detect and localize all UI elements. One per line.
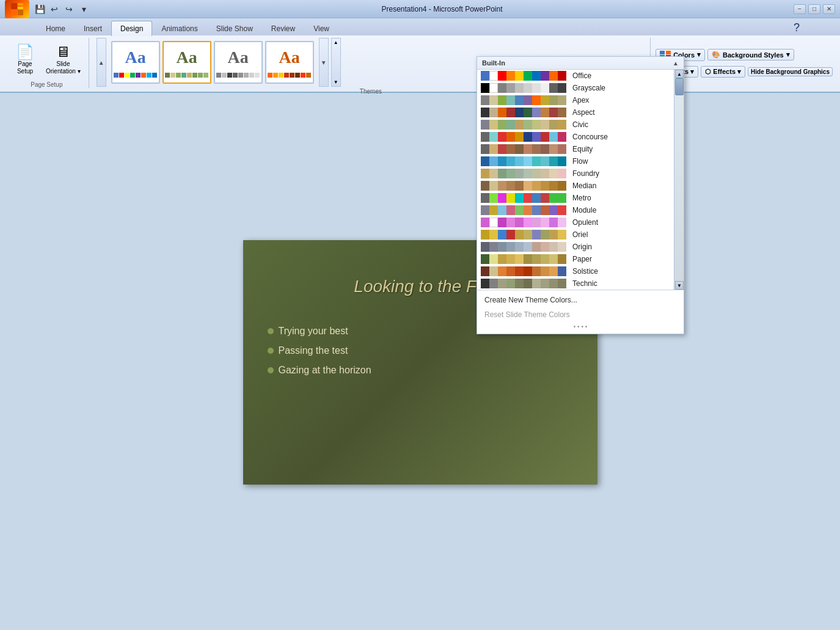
- theme-list: Office Grayscale: [477, 70, 684, 290]
- theme-row-equity[interactable]: Equity: [477, 143, 684, 155]
- solstice-label: Solstice: [569, 267, 680, 276]
- tab-home[interactable]: Home: [37, 21, 75, 36]
- effects-label: ⬡ Effects ▾: [705, 68, 741, 76]
- tab-insert[interactable]: Insert: [75, 21, 111, 36]
- theme-item-2[interactable]: Aa: [163, 41, 211, 84]
- theme-item-3[interactable]: Aa: [214, 41, 263, 84]
- theme-aa-2: Aa: [177, 48, 197, 67]
- slide-orientation-btn[interactable]: 🖥 SlideOrientation ▾: [43, 41, 84, 78]
- theme-row-oriel[interactable]: Oriel: [477, 229, 684, 241]
- theme-aa-3: Aa: [228, 48, 249, 67]
- theme-row-opulent[interactable]: Opulent: [477, 216, 684, 229]
- svg-rect-2: [18, 7, 23, 9]
- origin-label: Origin: [569, 243, 680, 251]
- office-swatches: [481, 71, 566, 81]
- theme-row-median[interactable]: Median: [477, 180, 684, 192]
- theme-row-origin[interactable]: Origin: [477, 241, 684, 253]
- theme-item-1[interactable]: Aa: [111, 41, 160, 84]
- minimize-btn[interactable]: −: [794, 4, 806, 14]
- create-new-theme-btn[interactable]: Create New Theme Colors...: [477, 293, 684, 307]
- window-controls: − □ ✕: [794, 4, 835, 14]
- opulent-label: Opulent: [569, 218, 680, 227]
- dropdown-dots: • • • •: [477, 322, 684, 331]
- median-label: Median: [569, 181, 680, 190]
- module-label: Module: [569, 206, 680, 214]
- theme-item-4[interactable]: Aa: [265, 41, 314, 84]
- reset-theme-btn[interactable]: Reset Slide Theme Colors: [477, 307, 684, 322]
- svg-rect-0: [11, 3, 17, 9]
- flow-label: Flow: [569, 157, 680, 166]
- redo-btn[interactable]: ↪: [62, 2, 76, 16]
- themes-container: Aa Aa: [109, 38, 316, 87]
- bg-styles-icon: 🎨: [712, 51, 720, 59]
- office-logo[interactable]: [5, 0, 29, 18]
- effects-button[interactable]: ⬡ Effects ▾: [701, 66, 745, 78]
- theme-colors-3: [216, 73, 260, 78]
- help-btn[interactable]: ?: [790, 20, 803, 35]
- scroll-up-btn[interactable]: ▲: [675, 70, 684, 78]
- theme-row-concourse[interactable]: Concourse: [477, 131, 684, 143]
- tab-animations[interactable]: Animations: [152, 21, 206, 36]
- hide-graphics-button[interactable]: Hide Background Graphics: [748, 67, 833, 76]
- maximize-btn[interactable]: □: [808, 4, 820, 14]
- scrollbar-thumb[interactable]: [675, 78, 684, 95]
- foundry-label: Foundry: [569, 169, 680, 178]
- grayscale-swatches: [481, 83, 566, 93]
- customize-btn[interactable]: ▾: [77, 2, 90, 16]
- theme-row-module[interactable]: Module: [477, 204, 684, 216]
- title-bar-left: 💾 ↩ ↪ ▾: [5, 0, 90, 18]
- tab-slideshow[interactable]: Slide Show: [207, 21, 262, 36]
- page-setup-btn[interactable]: 📄 PageSetup: [10, 41, 40, 78]
- theme-colors-4: [268, 73, 311, 78]
- themes-scroll-down[interactable]: ▼: [319, 38, 329, 87]
- bg-styles-arrow: ▾: [786, 51, 790, 59]
- theme-row-paper[interactable]: Paper: [477, 253, 684, 265]
- themes-scroll-up[interactable]: ▲: [97, 38, 106, 87]
- ribbon-tabs: Home Insert Design Animations Slide Show…: [0, 18, 840, 35]
- title-bar: 💾 ↩ ↪ ▾ Presentation4 - Microsoft PowerP…: [0, 0, 840, 18]
- slide-orientation-icon: 🖥: [56, 43, 70, 60]
- oriel-label: Oriel: [569, 230, 680, 239]
- theme-aa-1: Aa: [125, 48, 146, 67]
- theme-aa-4: Aa: [279, 48, 300, 67]
- theme-row-flow[interactable]: Flow: [477, 155, 684, 167]
- page-setup-label: PageSetup: [17, 60, 33, 75]
- tab-view[interactable]: View: [304, 21, 338, 36]
- theme-colors-2: [165, 73, 208, 78]
- theme-row-technic[interactable]: Technic: [477, 277, 684, 290]
- theme-row-civic[interactable]: Civic: [477, 119, 684, 131]
- background-styles-button[interactable]: 🎨 Background Styles ▾: [707, 49, 794, 60]
- dropdown-scroll-up-arrow[interactable]: ▲: [673, 60, 679, 67]
- apex-label: Apex: [569, 96, 680, 104]
- tab-review[interactable]: Review: [262, 21, 304, 36]
- colors-dropdown: Built-In ▲ Office: [477, 56, 684, 334]
- theme-row-metro[interactable]: Metro: [477, 192, 684, 204]
- dropdown-section-label: Built-In: [482, 59, 505, 67]
- themes-side-down[interactable]: ▼: [332, 79, 340, 86]
- bullet-dot-1: [268, 328, 274, 334]
- theme-row-grayscale[interactable]: Grayscale: [477, 82, 684, 94]
- themes-side-up[interactable]: ▲: [332, 38, 340, 45]
- tab-design[interactable]: Design: [111, 21, 152, 36]
- grayscale-label: Grayscale: [569, 84, 680, 92]
- scroll-down-btn[interactable]: ▼: [675, 281, 684, 290]
- ribbon: Home Insert Design Animations Slide Show…: [0, 18, 840, 93]
- theme-row-apex[interactable]: Apex: [477, 94, 684, 106]
- paper-label: Paper: [569, 255, 680, 263]
- theme-row-office[interactable]: Office: [477, 70, 684, 82]
- slide-bullet-1: Trying your best: [268, 326, 371, 337]
- close-btn[interactable]: ✕: [823, 4, 835, 14]
- quick-access: 💾 ↩ ↪ ▾: [33, 2, 90, 16]
- equity-label: Equity: [569, 145, 680, 153]
- theme-row-solstice[interactable]: Solstice: [477, 265, 684, 277]
- dropdown-footer: Create New Theme Colors... Reset Slide T…: [477, 290, 684, 334]
- office-label: Office: [569, 71, 680, 80]
- slide-panel: Looking to the Fu Trying your best Passi…: [0, 93, 840, 630]
- window-title: Presentation4 - Microsoft PowerPoint: [90, 5, 794, 13]
- save-btn[interactable]: 💾: [33, 2, 46, 16]
- undo-btn[interactable]: ↩: [48, 2, 61, 16]
- theme-row-foundry[interactable]: Foundry: [477, 167, 684, 180]
- theme-row-aspect[interactable]: Aspect: [477, 106, 684, 119]
- theme-colors-1: [114, 73, 157, 78]
- bg-styles-label: Background Styles: [723, 51, 784, 59]
